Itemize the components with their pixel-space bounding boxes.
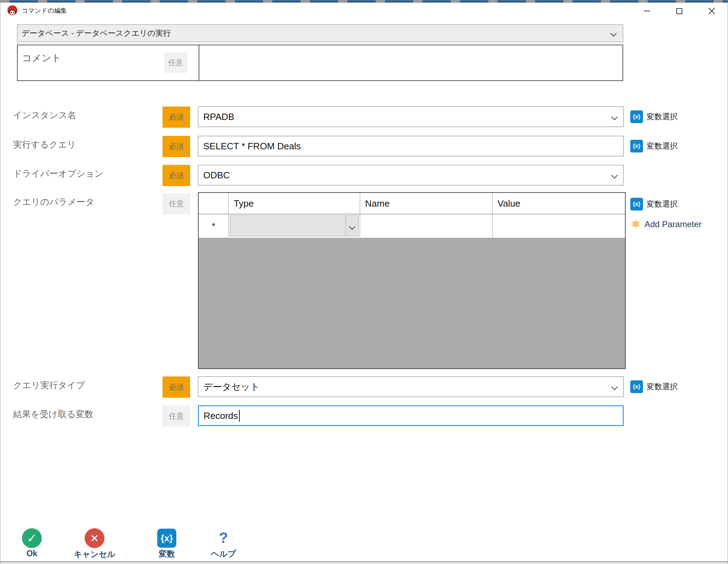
driver-label: ドライバーオプション	[13, 168, 103, 179]
column-header-type: Type	[228, 193, 360, 214]
exec-type-required-badge: 必須	[163, 376, 190, 398]
chevron-down-icon	[611, 384, 618, 390]
command-type-select[interactable]: データベース - データベースクエリの実行	[17, 24, 623, 42]
combo-dropdown-button[interactable]	[346, 216, 358, 236]
parameters-table: Type Name Value *	[198, 192, 626, 369]
chevron-down-icon	[349, 223, 355, 230]
x-icon: ✕	[85, 528, 104, 548]
driver-select[interactable]: ODBC	[198, 165, 624, 185]
result-var-value: Records	[204, 410, 238, 421]
instance-select[interactable]: RPADB	[198, 107, 624, 127]
comment-input[interactable]: コメント	[17, 45, 623, 81]
exec-type-variable-select-button[interactable]: {x} 変数選択	[630, 380, 678, 393]
variable-icon: {x}	[630, 140, 643, 152]
query-value: SELECT * FROM Deals	[203, 141, 301, 152]
param-name-cell[interactable]	[360, 214, 492, 238]
app-icon	[7, 5, 18, 16]
param-value-cell[interactable]	[492, 214, 625, 238]
bottom-divider	[0, 562, 728, 562]
param-type-cell	[228, 214, 360, 238]
chevron-down-icon	[611, 114, 618, 120]
instance-variable-select-button[interactable]: {x} 変数選択	[630, 110, 678, 123]
chevron-down-icon	[611, 172, 618, 178]
capture-edge-strip	[0, 0, 728, 3]
driver-required-badge: 必須	[163, 165, 190, 186]
query-input[interactable]: SELECT * FROM Deals	[198, 136, 624, 156]
parameters-label: クエリのパラメータ	[13, 196, 95, 208]
new-row-marker: *	[199, 214, 228, 238]
maximize-button[interactable]	[668, 3, 690, 19]
comment-label: コメント	[22, 52, 61, 64]
result-var-optional-badge: 任意	[163, 405, 190, 427]
variable-icon: {x}	[157, 529, 176, 548]
query-variable-select-button[interactable]: {x} 変数選択	[630, 140, 678, 152]
help-button[interactable]: ? ヘルプ	[210, 528, 237, 559]
add-parameter-button[interactable]: ✱ Add Parameter	[631, 219, 702, 230]
variable-icon: {x}	[630, 198, 643, 211]
cancel-button[interactable]: ✕ キャンセル	[73, 528, 116, 560]
param-type-select[interactable]	[230, 215, 359, 236]
result-var-input[interactable]: Records	[198, 405, 624, 426]
exec-type-label: クエリ実行タイプ	[13, 379, 85, 391]
parameters-variable-select-button[interactable]: {x} 変数選択	[630, 198, 678, 211]
column-header-name: Name	[360, 193, 492, 214]
text-cursor	[239, 410, 240, 422]
parameters-table-header: Type Name Value	[199, 193, 625, 214]
instance-label: インスタンス名	[13, 109, 76, 121]
parameters-optional-badge: 任意	[163, 193, 190, 214]
ok-button[interactable]: ✓ Ok	[17, 528, 46, 558]
instance-value: RPADB	[203, 111, 234, 122]
comment-optional-badge: 任意	[164, 52, 187, 73]
command-type-value: データベース - データベースクエリの実行	[22, 28, 171, 39]
minimize-icon	[644, 11, 650, 11]
window-title: コマンドの編集	[22, 6, 67, 15]
chevron-down-icon	[610, 30, 616, 36]
parameters-new-row: *	[199, 214, 625, 238]
query-label: 実行するクエリ	[13, 139, 76, 150]
row-header-column	[199, 193, 228, 214]
check-icon: ✓	[22, 528, 42, 548]
exec-type-select[interactable]: データセット	[198, 376, 624, 397]
instance-required-badge: 必須	[163, 107, 190, 128]
command-edit-dialog: コマンドの編集 データベース - データベースクエリの実行 コメント 任意 イン…	[0, 0, 728, 564]
driver-value: ODBC	[203, 170, 230, 181]
maximize-icon	[676, 8, 682, 14]
close-icon	[708, 7, 715, 15]
minimize-button[interactable]	[636, 3, 658, 19]
variable-icon: {x}	[630, 380, 643, 393]
close-button[interactable]	[700, 3, 723, 19]
result-var-label: 結果を受け取る変数	[13, 408, 93, 420]
question-mark-icon: ?	[214, 528, 233, 548]
variable-icon: {x}	[630, 110, 643, 123]
query-required-badge: 必須	[163, 136, 190, 157]
variables-button[interactable]: {x} 変数	[153, 529, 180, 559]
asterisk-icon: ✱	[631, 219, 640, 230]
column-header-value: Value	[492, 193, 625, 214]
exec-type-value: データセット	[203, 381, 260, 393]
